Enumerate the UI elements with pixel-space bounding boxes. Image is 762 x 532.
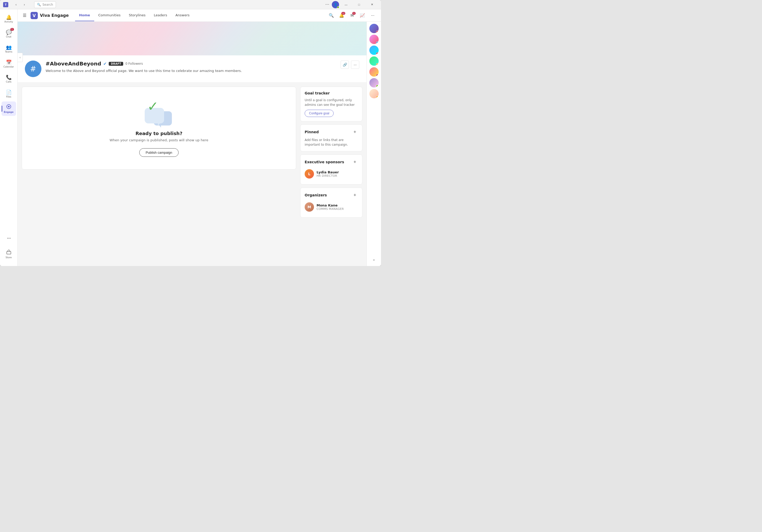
notifications-button[interactable]: 🔔 12 xyxy=(338,11,346,20)
verified-icon: ✔ xyxy=(103,61,107,66)
sidebar-item-more[interactable]: ··· xyxy=(2,231,16,245)
sidebar-item-chat[interactable]: 💬 1 Chat xyxy=(2,27,16,41)
store-icon xyxy=(6,250,11,256)
sidebar-item-engage[interactable]: Engage xyxy=(2,102,16,116)
ready-title: Ready to publish? xyxy=(135,131,182,136)
right-avatar-2[interactable] xyxy=(369,35,379,44)
mail-badge: 5 xyxy=(352,12,356,15)
publish-campaign-button[interactable]: Publish campaign xyxy=(139,148,179,157)
user-avatar-title[interactable]: 👤 xyxy=(332,1,339,8)
sidebar-item-store[interactable]: Store xyxy=(2,247,16,261)
campaign-banner xyxy=(18,22,366,55)
app-header: ☰ V Viva Engage Home Communities Storyli… xyxy=(18,9,381,22)
pinned-panel: Pinned + Add files or links that are imp… xyxy=(300,124,362,151)
avatar-7-badge xyxy=(376,96,379,98)
nav-communities[interactable]: Communities xyxy=(94,10,125,21)
organizers-title: Organizers xyxy=(305,193,327,197)
back-button[interactable]: ‹ xyxy=(12,2,20,8)
header-actions: 🔍 🔔 12 ✉ 5 📈 ··· xyxy=(327,11,377,20)
draft-badge: DRAFT xyxy=(109,62,123,66)
campaign-actions: 🔗 ··· xyxy=(341,60,359,69)
executive-sponsors-title: Executive sponsors xyxy=(305,160,344,164)
sidebar-item-files[interactable]: 📄 Files xyxy=(2,86,16,101)
search-button[interactable]: 🔍 xyxy=(327,11,336,20)
lydia-name: Lydia Bauer xyxy=(317,170,358,174)
campaign-icon-symbol: # xyxy=(30,65,36,73)
right-avatar-5[interactable] xyxy=(369,67,379,77)
page-container: ‹ # #AboveAndBeyond ✔ DRAFT xyxy=(18,22,366,266)
right-avatar-3[interactable] xyxy=(369,45,379,55)
title-search-placeholder: Search xyxy=(42,3,53,6)
nav-storylines[interactable]: Storylines xyxy=(125,10,150,21)
mona-role: COMMS MANAGER xyxy=(317,207,358,211)
content-columns: ✓ Ready to publish? When your campaign i… xyxy=(18,83,366,266)
link-button[interactable]: 🔗 xyxy=(341,60,349,69)
svg-text:T: T xyxy=(5,3,7,6)
more-options-button[interactable]: ··· xyxy=(351,60,359,69)
sidebar-label-teams: Teams xyxy=(5,50,12,53)
right-panel-collapse-button[interactable]: « xyxy=(371,256,377,264)
teams-icon-nav: 👥 xyxy=(6,44,12,50)
organizers-header: Organizers + xyxy=(305,192,358,198)
organizers-add-button[interactable]: + xyxy=(352,192,358,198)
notifications-badge: 12 xyxy=(342,12,345,15)
checkmark-icon: ✓ xyxy=(147,100,159,113)
right-avatar-6[interactable] xyxy=(369,78,379,88)
mona-name: Mona Kane xyxy=(317,203,358,207)
hamburger-menu[interactable]: ☰ xyxy=(22,12,28,19)
avatar-5-badge xyxy=(376,74,379,77)
ready-illustration: ✓ xyxy=(143,100,175,125)
app-body: 🔔 Activity 💬 1 Chat 👥 Teams 📅 Calendar 📞… xyxy=(0,9,381,266)
avatar-4-badge xyxy=(376,63,379,66)
executive-sponsors-add-button[interactable]: + xyxy=(352,159,358,165)
right-avatar-1[interactable] xyxy=(369,24,379,33)
title-bar-right: ··· 👤 — □ ✕ xyxy=(324,1,378,9)
svg-text:V: V xyxy=(33,13,36,18)
nav-answers[interactable]: Answers xyxy=(171,10,194,21)
active-indicator xyxy=(2,106,2,112)
header-more-button[interactable]: ··· xyxy=(369,11,377,20)
main-panel: ✓ Ready to publish? When your campaign i… xyxy=(22,87,296,170)
sidebar-item-calls[interactable]: 📞 Calls xyxy=(2,71,16,86)
maximize-button[interactable]: □ xyxy=(353,1,365,9)
nav-leaders[interactable]: Leaders xyxy=(150,10,171,21)
chart-button[interactable]: 📈 xyxy=(358,11,366,20)
executive-sponsors-header: Executive sponsors + xyxy=(305,159,358,165)
close-button[interactable]: ✕ xyxy=(366,1,378,9)
mail-button[interactable]: ✉ 5 xyxy=(348,11,356,20)
sidebar-bottom: ··· Store xyxy=(2,231,16,264)
followers-count: 0 Followers xyxy=(125,62,143,65)
minimize-button[interactable]: — xyxy=(340,1,352,9)
campaign-description: Welcome to the Above and Beyond official… xyxy=(45,68,337,73)
online-indicator xyxy=(337,6,339,8)
avatar-2-badge xyxy=(376,41,379,44)
sidebar-label-chat: Chat xyxy=(6,36,11,38)
avatar-3-badge xyxy=(376,52,379,55)
nav-home[interactable]: Home xyxy=(75,10,94,21)
sidebar-label-engage: Engage xyxy=(4,111,14,113)
avatar-6-badge xyxy=(376,85,379,88)
content-area: ☰ V Viva Engage Home Communities Storyli… xyxy=(18,9,381,266)
campaign-title: #AboveAndBeyond xyxy=(45,60,101,67)
sidebar-item-calendar[interactable]: 📅 Calendar xyxy=(2,56,16,71)
right-avatar-7[interactable] xyxy=(369,89,379,98)
forward-button[interactable]: › xyxy=(21,2,28,8)
sidebar-item-teams[interactable]: 👥 Teams xyxy=(2,41,16,56)
campaign-header: # #AboveAndBeyond ✔ DRAFT 0 Followers We… xyxy=(18,55,366,83)
ready-subtitle: When your campaign is published, posts w… xyxy=(110,138,208,142)
chat-badge: 1 xyxy=(10,28,14,31)
right-avatar-4[interactable] xyxy=(369,56,379,66)
configure-goal-button[interactable]: Configure goal xyxy=(305,110,334,117)
pinned-add-button[interactable]: + xyxy=(352,129,358,135)
title-search-bar[interactable]: 🔍 Search xyxy=(34,1,56,8)
app-name: Viva Engage xyxy=(40,13,69,18)
title-bar-more[interactable]: ··· xyxy=(324,1,331,8)
lydia-info: Lydia Bauer HR DIRECTOR xyxy=(317,170,358,178)
collapse-sidebar-button[interactable]: ‹ xyxy=(18,53,23,62)
mona-avatar: M xyxy=(305,202,314,212)
sidebar-item-activity[interactable]: 🔔 Activity xyxy=(2,11,16,26)
goal-tracker-header: Goal tracker xyxy=(305,91,358,95)
files-icon: 📄 xyxy=(6,90,12,95)
svg-rect-4 xyxy=(7,252,11,254)
left-sidebar: 🔔 Activity 💬 1 Chat 👥 Teams 📅 Calendar 📞… xyxy=(0,9,18,266)
